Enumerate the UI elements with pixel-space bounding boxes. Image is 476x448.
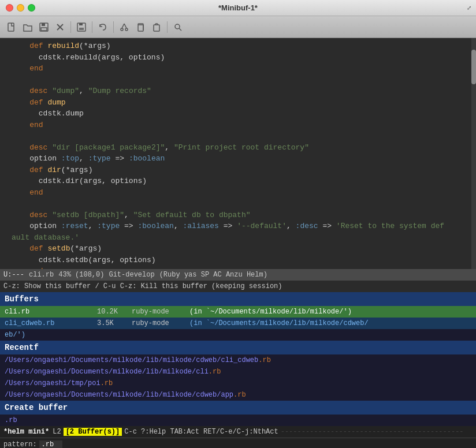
- recentf-item-3[interactable]: /Users/ongaeshi/tmp/poi.rb: [0, 378, 476, 389]
- open-file-button[interactable]: [21, 20, 35, 34]
- recentf-title: Recentf: [5, 343, 39, 352]
- svg-rect-15: [154, 25, 159, 31]
- pattern-input[interactable]: .rb: [39, 440, 62, 449]
- svg-rect-2: [42, 23, 45, 26]
- svg-line-17: [179, 28, 181, 31]
- recentf-path-3: /Users/ongaeshi/tmp/poi.rb: [5, 379, 113, 387]
- code-content: def rebuild(*args) cdstk.rebuild(args, o…: [0, 40, 476, 269]
- title-bar: *Minibuf-1* ⤢: [0, 0, 476, 16]
- toolbar-sep-1: [70, 21, 71, 33]
- save-all-button[interactable]: [75, 20, 88, 34]
- close-file-button[interactable]: [53, 20, 67, 34]
- svg-point-16: [175, 24, 180, 29]
- bottom-status-bar: *helm mini* L2 [2 Buffer(s)] C-c ?:Help …: [0, 426, 476, 438]
- status-filename: cli.rb: [29, 271, 54, 279]
- buffer-name-cli: cli.rb: [5, 308, 97, 316]
- info-bar: C-z: Show this buffer / C-u C-z: Kill th…: [0, 281, 476, 292]
- status-bar: U:--- cli.rb 43% (108,0) Git-develop (Ru…: [0, 269, 476, 281]
- svg-line-12: [122, 24, 124, 28]
- window-controls: [6, 4, 35, 12]
- create-buffer-header: Create buffer: [0, 401, 476, 415]
- helm-label: *helm mini*: [3, 428, 49, 436]
- recentf-path-1: /Users/ongaeshi/Documents/milkode/lib/mi…: [5, 356, 271, 364]
- window-title: *Minibuf-1*: [218, 3, 258, 12]
- svg-rect-0: [8, 23, 14, 31]
- minimize-button[interactable]: [17, 4, 24, 12]
- copy-button[interactable]: [133, 20, 147, 34]
- buffer-item-cli[interactable]: cli.rb 10.2K ruby-mode (in `~/Documents/…: [0, 306, 476, 318]
- buffers-title: Buffers: [5, 294, 39, 304]
- level-label: L2: [53, 428, 61, 436]
- svg-rect-14: [138, 25, 143, 31]
- recentf-path-2: /Users/ongaeshi/Documents/milkode/lib/mi…: [5, 368, 221, 376]
- scrollbar[interactable]: [471, 38, 476, 269]
- status-position: 43% (108,0): [58, 271, 104, 279]
- toolbar-sep-2: [92, 21, 92, 33]
- undo-button[interactable]: [96, 20, 110, 34]
- buffer-size-cli: 10.2K: [97, 308, 132, 316]
- svg-point-11: [125, 28, 128, 31]
- buffer-name-cdweb: cli_cdweb.rb: [5, 319, 97, 327]
- status-modes: (Ruby yas SP AC Anzu Helm): [159, 271, 267, 279]
- recentf-header: Recentf: [0, 341, 476, 354]
- buffers-header: Buffers: [0, 292, 476, 306]
- close-button[interactable]: [6, 4, 13, 12]
- info-text: C-z: Show this buffer / C-u C-z: Kill th…: [3, 282, 282, 290]
- status-mode: U:---: [3, 271, 24, 279]
- expand-icon[interactable]: ⤢: [467, 5, 471, 12]
- pattern-bar: pattern: .rb: [0, 438, 476, 448]
- svg-rect-3: [41, 28, 47, 31]
- cut-button[interactable]: [117, 20, 131, 34]
- scrollbar-thumb[interactable]: [471, 50, 476, 84]
- toolbar: [0, 16, 476, 38]
- buffer-mode-cli: ruby-mode: [132, 308, 189, 316]
- pattern-label: pattern:: [3, 440, 37, 449]
- key-hints: C-c ?:Help TAB:Act RET/C-e/C-j:NthAct: [124, 428, 278, 436]
- code-editor[interactable]: def rebuild(*args) cdstk.rebuild(args, o…: [0, 38, 476, 269]
- buffer-path-cdweb: (in `~/Documents/milkode/lib/milkode/cdw…: [189, 319, 369, 327]
- svg-point-10: [121, 28, 123, 31]
- find-button[interactable]: [171, 20, 185, 34]
- recentf-item-2[interactable]: /Users/ongaeshi/Documents/milkode/lib/mi…: [0, 366, 476, 378]
- create-buffer-title: Create buffer: [5, 403, 68, 412]
- status-branch: Git-develop: [109, 271, 154, 279]
- toolbar-sep-4: [167, 21, 168, 33]
- maximize-button[interactable]: [28, 4, 35, 12]
- buffer-path-continuation: eb/'): [0, 329, 476, 341]
- toolbar-sep-3: [113, 21, 114, 33]
- create-buffer-value: .rb: [5, 416, 17, 424]
- create-buffer-item[interactable]: .rb: [0, 415, 476, 426]
- svg-rect-7: [79, 23, 83, 25]
- buffer-path-cli: (in `~/Documents/milkode/lib/milkode/'): [189, 308, 352, 316]
- new-file-button[interactable]: [5, 20, 18, 34]
- paste-button[interactable]: [150, 20, 163, 34]
- status-dashes: ----------------------------------------…: [281, 428, 464, 436]
- buffer-item-cdweb[interactable]: cli_cdweb.rb 3.5K ruby-mode (in `~/Docum…: [0, 318, 476, 329]
- buffer-mode-cdweb: ruby-mode: [132, 319, 189, 327]
- buffer-count-badge: [2 Buffer(s)]: [64, 428, 122, 436]
- svg-line-13: [124, 24, 127, 28]
- save-file-button[interactable]: [37, 20, 51, 34]
- recentf-path-4: /Users/ongaeshi/Documents/milkode/lib/mi…: [5, 391, 246, 399]
- buffer-size-cdweb: 3.5K: [97, 319, 132, 327]
- recentf-item-4[interactable]: /Users/ongaeshi/Documents/milkode/lib/mi…: [0, 389, 476, 401]
- recentf-item-1[interactable]: /Users/ongaeshi/Documents/milkode/lib/mi…: [0, 354, 476, 366]
